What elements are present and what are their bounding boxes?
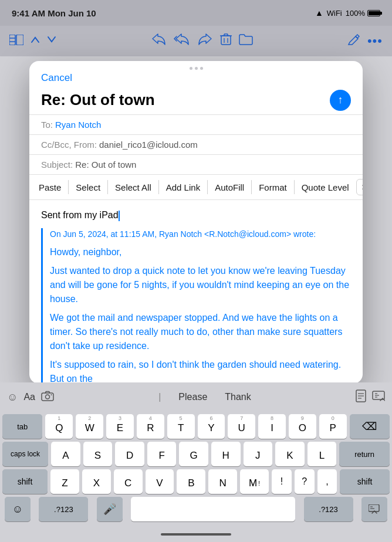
left-shift-key[interactable]: shift	[2, 469, 48, 494]
to-field[interactable]: To: Ryan Notch	[29, 114, 363, 134]
nav-up-icon[interactable]	[31, 34, 40, 49]
key-r[interactable]: 4R	[137, 414, 164, 439]
key-x[interactable]: X	[82, 469, 111, 494]
key-n[interactable]: N	[208, 469, 237, 494]
key-q[interactable]: 1Q	[45, 414, 73, 439]
key-v[interactable]: V	[146, 469, 174, 494]
quoted-header: On Jun 5, 2024, at 11:15 AM, Ryan Notch …	[50, 228, 351, 240]
email-body[interactable]: Sent from my iPad On Jun 5, 2024, at 11:…	[29, 200, 363, 384]
key-l[interactable]: L	[307, 442, 337, 466]
key-h[interactable]: H	[211, 442, 241, 466]
reply-all-icon[interactable]	[173, 33, 191, 49]
toolbar-left	[9, 33, 56, 49]
modal-header: Cancel	[29, 72, 363, 90]
sidebar-toggle-icon[interactable]	[9, 33, 23, 49]
font-size-button[interactable]: Aa	[23, 392, 35, 402]
keyboard-top-left: ☺ Aa	[7, 391, 54, 404]
top-toolbar: •••	[0, 26, 392, 56]
nav-down-icon[interactable]	[47, 33, 56, 49]
keyboard-dismiss-key[interactable]	[361, 497, 387, 521]
key-y[interactable]: 6Y	[198, 414, 225, 439]
key-o[interactable]: 9O	[289, 414, 316, 439]
cc-label: Cc/Bcc, From:	[41, 140, 97, 150]
subject-value: Re: Out of town	[75, 160, 136, 170]
format-button[interactable]: Format	[252, 176, 294, 198]
trash-icon[interactable]	[220, 33, 232, 49]
num-key-right[interactable]: .?123	[304, 497, 353, 521]
key-quest[interactable]: ?	[295, 469, 315, 494]
quote-level-button[interactable]: Quote Level	[295, 176, 356, 198]
key-g[interactable]: G	[179, 442, 208, 466]
add-link-button[interactable]: Add Link	[159, 176, 207, 198]
camera-icon[interactable]	[41, 391, 54, 404]
key-k[interactable]: K	[275, 442, 305, 466]
num-key-left[interactable]: .?123	[39, 497, 88, 521]
handle-dot-2	[195, 67, 198, 70]
kb-row-caps: caps lock A S D F G H J K L return	[2, 442, 390, 466]
cc-field[interactable]: Cc/Bcc, From: daniel_rico1@icloud.com	[29, 134, 363, 154]
svg-rect-1	[16, 35, 23, 45]
key-s[interactable]: S	[83, 442, 113, 466]
key-m[interactable]: M!	[240, 469, 269, 494]
delete-key[interactable]: ⌫	[350, 414, 390, 439]
key-comma[interactable]: ,	[317, 469, 337, 494]
key-u[interactable]: 7U	[228, 414, 255, 439]
key-z[interactable]: Z	[50, 469, 79, 494]
key-d[interactable]: D	[115, 442, 144, 466]
key-a[interactable]: A	[51, 442, 80, 466]
svg-rect-11	[42, 393, 53, 401]
reply-icon[interactable]	[151, 33, 166, 49]
key-w[interactable]: 2W	[76, 414, 103, 439]
kb-row-shift: shift Z X C V B N M! ! ? , shift	[2, 469, 390, 494]
key-j[interactable]: J	[244, 442, 273, 466]
kb-row-tab: tab 1Q 2W 3E 4R 5T 6Y 7U 8I 9O 0P ⌫	[2, 414, 390, 439]
send-arrow-icon: ↑	[338, 94, 343, 105]
suggestion-1[interactable]: |	[158, 392, 161, 402]
subject-field[interactable]: Subject: Re: Out of town	[29, 154, 363, 174]
forward-icon[interactable]	[198, 33, 213, 49]
cancel-button[interactable]: Cancel	[41, 72, 72, 84]
suggestion-3[interactable]: Thank	[225, 392, 251, 402]
key-p[interactable]: 0P	[319, 414, 347, 439]
modal-handle	[29, 61, 363, 72]
select-button[interactable]: Select	[69, 176, 107, 198]
key-c[interactable]: C	[114, 469, 143, 494]
select-all-button[interactable]: Select All	[108, 176, 158, 198]
compose-icon[interactable]	[347, 33, 360, 49]
toolbar-center	[151, 33, 253, 49]
space-key[interactable]	[131, 497, 295, 521]
tab-key[interactable]: tab	[2, 414, 42, 439]
return-key[interactable]: return	[339, 442, 390, 466]
email-subject-row: Re: Out of town ↑	[29, 90, 363, 111]
send-button[interactable]: ↑	[330, 90, 351, 111]
mic-key[interactable]: 🎤	[97, 497, 123, 521]
key-i[interactable]: 8I	[258, 414, 286, 439]
keyboard-rows: tab 1Q 2W 3E 4R 5T 6Y 7U 8I 9O 0P ⌫ caps…	[0, 412, 392, 521]
key-excl[interactable]: !	[272, 469, 292, 494]
keyboard-bottom-bar	[0, 524, 392, 542]
caps-lock-key[interactable]: caps lock	[2, 442, 48, 466]
key-t[interactable]: 5T	[167, 414, 195, 439]
folder-icon[interactable]	[239, 33, 253, 49]
keyboard-area: ☺ Aa | Please Thank	[0, 382, 392, 542]
doc-icon[interactable]	[356, 389, 366, 405]
paste-button[interactable]: Paste	[32, 176, 68, 198]
keyboard-top-bar: ☺ Aa | Please Thank	[0, 382, 392, 412]
suggestion-2[interactable]: Please	[178, 392, 207, 402]
kb-row-bottom: ☺ .?123 🎤 .?123	[2, 497, 390, 521]
emoji-key[interactable]: ☺	[5, 497, 31, 521]
emoji-suggest-icon[interactable]: ☺	[7, 391, 18, 404]
context-more-button[interactable]: >	[356, 179, 363, 195]
dismiss-kb-icon[interactable]	[372, 391, 385, 404]
key-f[interactable]: F	[147, 442, 177, 466]
autofill-button[interactable]: AutoFill	[208, 176, 251, 198]
right-shift-key[interactable]: shift	[340, 469, 390, 494]
more-icon[interactable]: •••	[367, 33, 383, 49]
handle-dot-3	[200, 67, 203, 70]
paragraph2: Just wanted to drop a quick note to let …	[50, 264, 351, 306]
paragraph1: Howdy, neighbor,	[50, 245, 351, 259]
key-b[interactable]: B	[177, 469, 205, 494]
key-e[interactable]: 3E	[106, 414, 134, 439]
quoted-content: On Jun 5, 2024, at 11:15 AM, Ryan Notch …	[41, 228, 351, 384]
paragraph3: We got the mail and newspaper stopped. A…	[50, 311, 351, 353]
